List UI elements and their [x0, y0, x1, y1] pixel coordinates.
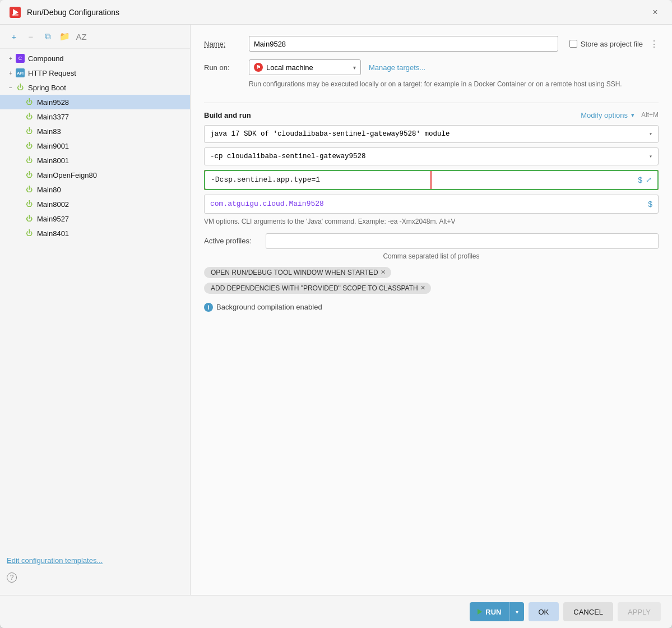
- sidebar-label-main9527: Main9527: [37, 215, 69, 223]
- run-on-dropdown[interactable]: ⚑ Local machine ▾: [249, 59, 361, 75]
- sidebar-label-compound: Compound: [28, 54, 64, 63]
- modify-options-button[interactable]: Modify options: [581, 111, 628, 119]
- dialog-title: Run/Debug Configurations: [27, 8, 647, 17]
- config-tree: + C Compound + API HTTP Request −: [0, 49, 190, 303]
- run-button[interactable]: RUN ▾: [470, 602, 523, 621]
- tag-run-debug-close[interactable]: ✕: [381, 269, 386, 276]
- manage-targets-link[interactable]: Manage targets...: [369, 63, 425, 72]
- folder-button[interactable]: 📁: [57, 29, 72, 44]
- store-checkbox[interactable]: [569, 40, 577, 48]
- vm-icons: $ ⤢: [638, 176, 652, 184]
- sidebar-item-spring-boot[interactable]: − ⏻ Spring Boot: [0, 80, 190, 95]
- right-panel: Name: Store as project file ⋮ Run on: ⚑ …: [191, 25, 672, 595]
- sdk-dropdown[interactable]: java 17 SDK of 'cloudalibaba-sentinel-ga…: [204, 125, 659, 143]
- sidebar-item-mainopenfeign80[interactable]: ⏻ MainOpenFeign80: [0, 168, 190, 182]
- title-bar: Run/Debug Configurations ×: [0, 0, 672, 25]
- main-class-field: com.atguigu.cloud.Main9528 $: [204, 195, 659, 214]
- sidebar-item-main3377[interactable]: ⏻ Main3377: [0, 109, 190, 124]
- name-label: Name:: [204, 40, 249, 48]
- build-run-header: Build and run Modify options ▾ Alt+M: [204, 111, 659, 119]
- sidebar-label-main9528: Main9528: [37, 98, 69, 107]
- info-circle-icon: i: [204, 303, 213, 312]
- tag-dependencies-label: ADD DEPENDENCIES WITH "PROVIDED" SCOPE T…: [211, 284, 418, 292]
- sidebar-item-main8001[interactable]: ⏻ Main8001: [0, 153, 190, 168]
- background-label: Background compilation enabled: [216, 303, 322, 311]
- divider: [204, 103, 659, 103]
- expand-icon-spring: −: [7, 84, 15, 91]
- cp-value: -cp cloudalibaba-sentinel-gateway9528: [210, 153, 366, 160]
- main-class-variable-icon[interactable]: $: [648, 200, 652, 209]
- power-icon-main8001: ⏻: [25, 156, 34, 165]
- power-icon-main9528: ⏻: [25, 98, 34, 107]
- cp-dropdown[interactable]: -cp cloudalibaba-sentinel-gateway9528 ▾: [204, 147, 659, 165]
- power-icon-main3377: ⏻: [25, 112, 34, 121]
- run-main-button[interactable]: RUN: [470, 602, 509, 621]
- main-content: + − ⧉ 📁 AZ + C Compound +: [0, 25, 672, 595]
- tags-row: OPEN RUN/DEBUG TOOL WINDOW WHEN STARTED …: [204, 267, 659, 278]
- store-as-project-area: Store as project file ⋮: [569, 39, 659, 49]
- ok-button[interactable]: OK: [529, 602, 559, 621]
- power-icon-main83: ⏻: [25, 127, 34, 136]
- tag-run-debug: OPEN RUN/DEBUG TOOL WINDOW WHEN STARTED …: [204, 267, 391, 278]
- sidebar-label-http: HTTP Request: [28, 69, 76, 77]
- run-on-row: Run on: ⚑ Local machine ▾ Manage targets…: [204, 59, 659, 75]
- help-icon[interactable]: ?: [7, 572, 17, 583]
- sidebar-item-main9001[interactable]: ⏻ Main9001: [0, 138, 190, 153]
- sidebar-item-compound[interactable]: + C Compound: [0, 51, 190, 66]
- local-machine-label: Local machine: [266, 63, 313, 72]
- sidebar-item-main8401[interactable]: ⏻ Main8401: [0, 226, 190, 241]
- modify-options-area: Modify options ▾ Alt+M: [581, 111, 659, 119]
- tag-dependencies-close[interactable]: ✕: [420, 284, 425, 292]
- power-icon-spring: ⏻: [16, 83, 25, 92]
- power-icon-main80: ⏻: [25, 185, 34, 194]
- add-config-button[interactable]: +: [7, 29, 21, 44]
- apply-button[interactable]: APPLY: [618, 602, 661, 621]
- help-icon-area: ?: [0, 569, 190, 586]
- expand-icon[interactable]: ⤢: [646, 176, 652, 184]
- sidebar-label-main8002: Main8002: [37, 200, 69, 209]
- vm-options-wrapper: -Dcsp.sentinel.app.type=1 $ ⤢: [204, 170, 659, 195]
- run-debug-dialog: Run/Debug Configurations × + − ⧉ 📁 AZ + …: [0, 0, 672, 628]
- sidebar-bottom: Edit configuration templates...: [0, 552, 190, 569]
- sidebar-item-main9527[interactable]: ⏻ Main9527: [0, 211, 190, 226]
- vm-options-value: -Dcsp.sentinel.app.type=1: [211, 176, 633, 184]
- profiles-hint: Comma separated list of profiles: [204, 252, 659, 260]
- edit-templates-link[interactable]: Edit configuration templates...: [7, 556, 103, 565]
- run-dropdown-button[interactable]: ▾: [509, 602, 524, 621]
- sidebar-label-mainopenfeign: MainOpenFeign80: [37, 171, 97, 179]
- sidebar-item-main80[interactable]: ⏻ Main80: [0, 182, 190, 197]
- sidebar-item-http-request[interactable]: + API HTTP Request: [0, 66, 190, 80]
- close-button[interactable]: ×: [647, 4, 663, 20]
- sdk-value: java 17 SDK of 'cloudalibaba-sentinel-ga…: [210, 130, 450, 138]
- expand-icon-http: +: [7, 69, 15, 77]
- name-row: Name: Store as project file ⋮: [204, 36, 659, 52]
- run-triangle-icon: [478, 609, 482, 615]
- sidebar-item-main8002[interactable]: ⏻ Main8002: [0, 197, 190, 211]
- name-input[interactable]: [249, 36, 558, 52]
- remove-config-button[interactable]: −: [24, 29, 38, 44]
- sidebar-label-main3377: Main3377: [37, 113, 69, 121]
- active-profiles-label: Active profiles:: [204, 237, 266, 245]
- sort-button[interactable]: AZ: [74, 29, 89, 44]
- sidebar-label-main80: Main80: [37, 186, 61, 194]
- copy-config-button[interactable]: ⧉: [40, 29, 55, 44]
- svg-rect-2: [12, 14, 18, 16]
- variable-icon[interactable]: $: [638, 176, 642, 184]
- more-options-icon[interactable]: ⋮: [650, 39, 659, 49]
- power-icon-main9001: ⏻: [25, 141, 34, 150]
- power-icon-main8401: ⏻: [25, 229, 34, 238]
- sidebar-item-main9528[interactable]: ⏻ Main9528: [0, 95, 190, 109]
- active-profiles-input[interactable]: [266, 233, 659, 249]
- cancel-button[interactable]: CANCEL: [563, 602, 613, 621]
- bottom-bar: RUN ▾ OK CANCEL APPLY: [0, 595, 672, 628]
- power-icon-mainopenfeign: ⏻: [25, 170, 34, 179]
- run-on-label: Run on:: [204, 63, 249, 72]
- sidebar: + − ⧉ 📁 AZ + C Compound +: [0, 25, 191, 595]
- store-label: Store as project file: [581, 40, 643, 48]
- power-icon-main8002: ⏻: [25, 200, 34, 209]
- tag-dependencies: ADD DEPENDENCIES WITH "PROVIDED" SCOPE T…: [204, 283, 431, 294]
- sidebar-label-main8401: Main8401: [37, 229, 69, 238]
- sidebar-item-main83[interactable]: ⏻ Main83: [0, 124, 190, 138]
- dialog-icon: [9, 6, 21, 19]
- sdk-chevron: ▾: [649, 131, 652, 137]
